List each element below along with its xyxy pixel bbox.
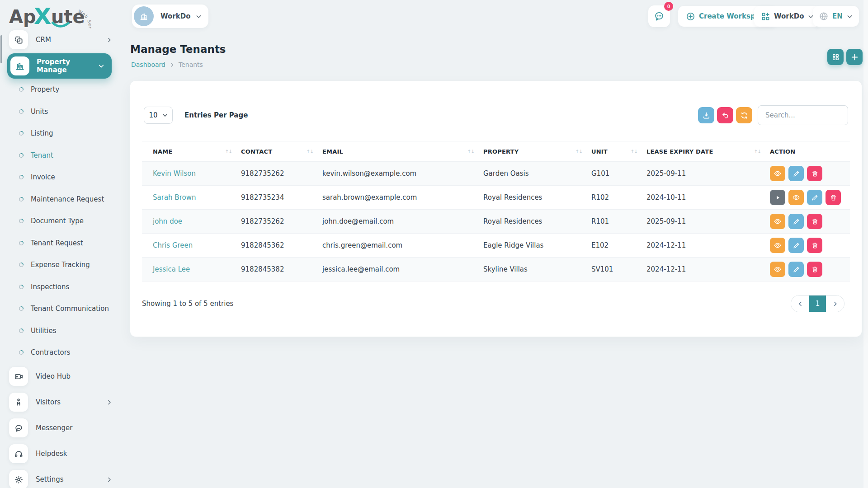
edit-button[interactable] (788, 214, 804, 229)
workspace-switcher[interactable]: WorkDo (132, 5, 208, 28)
pagination: 1 (791, 295, 844, 312)
delete-button[interactable] (807, 238, 822, 253)
sidebar-item-property-manage[interactable]: Property Manage (7, 53, 112, 79)
sidebar-item-helpdesk[interactable]: Helpdesk (0, 441, 119, 467)
sort-icon[interactable]: ↑↓ (306, 149, 313, 154)
sidebar-group-label: Property Manage (37, 58, 98, 74)
circle-bullet-icon (19, 262, 24, 267)
edit-button[interactable] (788, 166, 804, 181)
page-scrollbar[interactable] (863, 0, 868, 488)
delete-button[interactable] (807, 262, 822, 277)
sidebar-item-document-type[interactable]: Document Type (0, 210, 119, 232)
sidebar-item-property[interactable]: Property (0, 79, 119, 101)
view-button[interactable] (770, 238, 785, 253)
sidebar-item-inspections[interactable]: Inspections (0, 276, 119, 298)
sidebar-item-tenant-request[interactable]: Tenant Request (0, 232, 119, 254)
delete-button[interactable] (826, 190, 841, 205)
sidebar-item-maintenance-request[interactable]: Maintenance Request (0, 188, 119, 211)
circle-bullet-icon (19, 131, 24, 136)
plus-circle-icon (686, 12, 695, 21)
sidebar-item-crm[interactable]: CRM (0, 30, 119, 50)
tenant-property: Garden Oasis (483, 162, 591, 186)
tenant-property: Royal Residences (483, 186, 591, 210)
tenant-name-link[interactable]: john doe (153, 217, 182, 225)
sidebar-item-invoice[interactable]: Invoice (0, 166, 119, 188)
pencil-icon (793, 170, 800, 177)
view-button[interactable] (770, 166, 785, 181)
language-selector[interactable]: EN (813, 6, 859, 27)
language-label: EN (832, 12, 843, 20)
grid-view-button[interactable] (827, 49, 844, 65)
sidebar-item-messenger[interactable]: Messenger (0, 415, 119, 441)
chevron-down-icon (98, 63, 104, 69)
building-icon (10, 56, 29, 75)
view-button[interactable] (788, 190, 804, 205)
sort-icon[interactable]: ↑↓ (575, 149, 582, 154)
trash-icon (811, 242, 818, 249)
undo-arrow-icon (722, 112, 729, 119)
sidebar-item-utilities[interactable]: Utilities (0, 320, 119, 342)
sidebar-item-visitors[interactable]: Visitors (0, 389, 119, 415)
column-header-unit: UNIT (591, 148, 608, 155)
trash-icon (811, 266, 818, 273)
search-input[interactable] (758, 105, 848, 125)
eye-icon (774, 170, 781, 177)
next-page-button[interactable] (826, 296, 844, 312)
person-icon (9, 393, 28, 412)
tenant-name-link[interactable]: Chris Green (153, 241, 193, 249)
chevron-right-icon (832, 301, 838, 307)
sidebar-item-contractors[interactable]: Contractors (0, 342, 119, 364)
chat-badge: 0 (664, 2, 673, 11)
add-tenant-button[interactable] (846, 49, 863, 65)
table-controls: 10 Entries Per Page (144, 105, 848, 125)
sidebar-item-expense-tracking[interactable]: Expense Tracking (0, 254, 119, 276)
tenant-name-link[interactable]: Sarah Brown (153, 193, 196, 202)
sort-icon[interactable]: ↑↓ (754, 149, 761, 154)
view-button[interactable] (770, 214, 785, 229)
delete-button[interactable] (807, 166, 822, 181)
circle-bullet-icon (19, 218, 24, 224)
sidebar-item-video-hub[interactable]: Video Hub (0, 364, 119, 389)
sort-icon[interactable]: ↑↓ (467, 149, 474, 154)
column-header-lease-expiry: LEASE EXPIRY DATE (646, 148, 713, 155)
sidebar-item-units[interactable]: Units (0, 101, 119, 123)
chevron-down-icon (196, 14, 202, 19)
export-button[interactable] (698, 107, 714, 123)
undo-button[interactable] (717, 107, 733, 123)
sidebar-item-tenant-communication[interactable]: Tenant Communication (0, 298, 119, 320)
chat-bubble-icon (9, 418, 28, 437)
tenant-email: john.doe@email.com (322, 210, 483, 234)
tenant-contact: 9182845362 (241, 234, 322, 258)
chevron-down-icon (162, 113, 168, 118)
tenant-name-link[interactable]: Kevin Wilson (153, 169, 196, 178)
edit-button[interactable] (788, 262, 804, 277)
page-number-active[interactable]: 1 (809, 296, 826, 312)
app-logo[interactable]: Ap X ute Web Services (9, 2, 98, 33)
entries-per-page-select[interactable]: 10 (144, 107, 173, 124)
expand-button[interactable] (770, 190, 785, 205)
circle-bullet-icon (19, 174, 24, 180)
app-menu-button[interactable]: WorkDo (754, 6, 821, 27)
page-title: Manage Tenants (130, 43, 226, 55)
edit-button[interactable] (807, 190, 822, 205)
globe-icon (819, 12, 828, 21)
trash-icon (811, 218, 818, 225)
sort-icon[interactable]: ↑↓ (630, 149, 637, 154)
refresh-button[interactable] (736, 107, 752, 123)
breadcrumb-dashboard-link[interactable]: Dashboard (131, 61, 165, 68)
workspace-building-icon (134, 6, 154, 26)
previous-page-button[interactable] (791, 296, 809, 312)
sidebar-item-tenant[interactable]: Tenant (0, 145, 119, 167)
crm-squares-icon (9, 30, 28, 49)
chat-notifications-button[interactable]: 0 (648, 5, 670, 27)
delete-button[interactable] (807, 214, 822, 229)
tenant-lease-expiry: 2024-10-11 (646, 186, 770, 210)
tenant-lease-expiry: 2024-12-11 (646, 234, 770, 258)
sort-icon[interactable]: ↑↓ (225, 149, 232, 154)
play-icon (775, 195, 781, 201)
view-button[interactable] (770, 262, 785, 277)
tenant-name-link[interactable]: Jessica Lee (153, 265, 190, 273)
sidebar-item-listing[interactable]: Listing (0, 122, 119, 145)
edit-button[interactable] (788, 238, 804, 253)
sidebar-item-settings[interactable]: Settings (0, 467, 119, 488)
